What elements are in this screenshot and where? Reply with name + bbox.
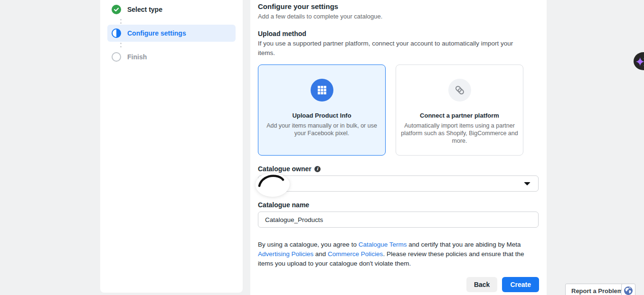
ai-assistant-bubble[interactable]	[634, 52, 644, 70]
step-connector	[120, 19, 236, 24]
half-filled-circle-icon	[112, 28, 121, 38]
step-label: Select type	[127, 6, 162, 13]
empty-circle-icon	[112, 52, 121, 62]
step-connector	[120, 43, 236, 47]
option-connect-partner-platform[interactable]: Connect a partner platform Automatically…	[396, 65, 523, 156]
option-title: Upload Product Info	[292, 112, 351, 119]
info-icon[interactable]: i	[314, 166, 321, 172]
option-description: Add your items manually or in bulk, or u…	[263, 122, 381, 137]
advertising-policies-link[interactable]: Advertising Policies	[258, 250, 313, 258]
wizard-actions: Back Create	[258, 277, 539, 292]
legal-segment: By using a catalogue, you agree to	[258, 241, 359, 248]
chevron-down-icon	[524, 182, 530, 185]
report-problem-button[interactable]: Report a Problem	[565, 284, 629, 295]
option-upload-product-info[interactable]: Upload Product Info Add your items manua…	[258, 65, 386, 156]
upload-method-description: If you use a supported partner platform,…	[258, 39, 524, 58]
step-configure-settings[interactable]: Configure settings	[107, 25, 236, 42]
catalogue-name-label: Catalogue name	[258, 201, 309, 209]
page-title: Configure your settings	[258, 2, 539, 11]
commerce-policies-link[interactable]: Commerce Policies	[328, 250, 383, 258]
step-label: Finish	[127, 53, 147, 61]
language-globe-button[interactable]	[621, 284, 635, 295]
check-circle-icon	[112, 5, 121, 14]
step-label: Configure settings	[127, 29, 186, 37]
configure-settings-panel: Configure your settings Add a few detail…	[250, 0, 547, 295]
step-select-type[interactable]: Select type	[107, 1, 236, 18]
legal-segment: and certify that you are abiding by Meta	[407, 241, 521, 248]
option-title: Connect a partner platform	[420, 112, 499, 119]
upload-method-options: Upload Product Info Add your items manua…	[258, 65, 539, 156]
catalogue-name-input[interactable]	[258, 212, 539, 228]
legal-segment: and	[313, 250, 328, 258]
grid-icon	[311, 79, 333, 101]
link-icon	[448, 79, 471, 101]
page-subtitle: Add a few details to complete your catal…	[258, 12, 539, 21]
create-button[interactable]: Create	[502, 277, 539, 292]
back-button[interactable]: Back	[466, 277, 497, 292]
option-description: Automatically import items using a partn…	[401, 122, 519, 145]
globe-icon	[624, 286, 633, 295]
step-finish: Finish	[107, 48, 236, 65]
wizard-steps-sidebar: Select type Configure settings Finish	[100, 0, 243, 293]
legal-text: By using a catalogue, you agree to Catal…	[258, 240, 539, 268]
upload-method-heading: Upload method	[258, 29, 539, 38]
redacted-avatar-arc	[257, 174, 289, 188]
catalogue-owner-label: Catalogue owner	[258, 165, 312, 173]
catalogue-terms-link[interactable]: Catalogue Terms	[359, 241, 407, 248]
catalogue-owner-select[interactable]	[258, 175, 539, 192]
sparkle-icon	[635, 53, 644, 70]
